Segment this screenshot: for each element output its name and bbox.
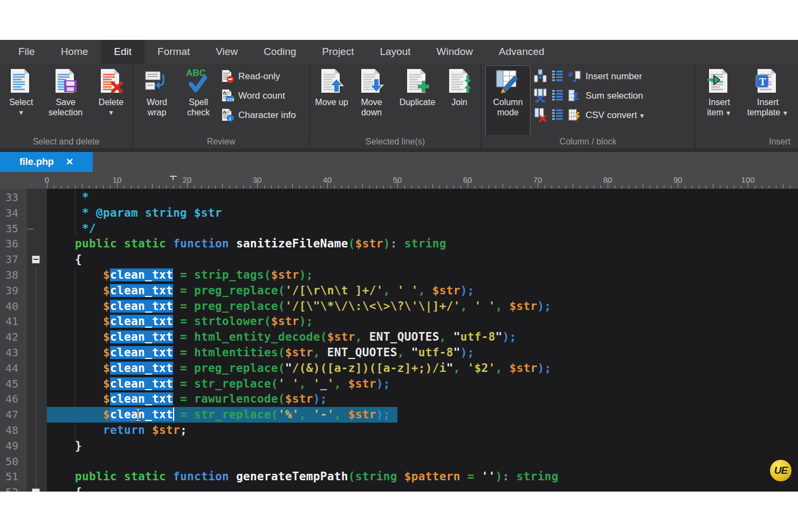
sum-selection-icon: Σ <box>568 89 582 103</box>
menu-format[interactable]: Format <box>145 40 203 64</box>
csv-convert-button-label: CSV convert ▼ <box>586 110 645 121</box>
line-number: 48 <box>5 423 18 438</box>
code-line-41[interactable]: $clean_txt = strtolower($str); <box>47 314 313 329</box>
code-line-45[interactable]: $clean_txt = str_replace(' ', '_', $str)… <box>47 376 390 392</box>
ruler-number: 20 <box>183 175 192 184</box>
line-number: 34 <box>5 205 18 221</box>
line-number: 40 <box>5 299 18 314</box>
number-lines-button[interactable] <box>551 68 565 84</box>
line-number: 37 <box>5 252 18 267</box>
ruler-tick <box>82 184 82 189</box>
selected-text: clean_txt <box>110 377 173 390</box>
code-line-46[interactable]: $clean_txt = rawurlencode($str); <box>47 391 327 407</box>
code-line-39[interactable]: $clean_txt = preg_replace('/[\r\n\t ]+/'… <box>47 283 474 299</box>
word-wrap-button-label: Word wrap <box>137 97 176 118</box>
menu-window[interactable]: Window <box>424 40 486 64</box>
delete-button[interactable]: Delete ▼ <box>93 66 129 135</box>
delete-column-button[interactable] <box>533 107 547 123</box>
code-line-48[interactable]: return $str; <box>47 423 187 438</box>
menu-project[interactable]: Project <box>309 40 367 64</box>
ribbon-group-insert: Insert item ▼TInsert template ▼Insert <box>696 64 798 148</box>
line-number: 39 <box>5 283 18 299</box>
menu-home[interactable]: Home <box>48 40 101 64</box>
fold-collapse-box[interactable] <box>32 488 40 492</box>
ribbon-group-label: Selected line(s) <box>310 135 480 148</box>
number-lines-3-button[interactable] <box>551 107 565 123</box>
chevron-down-icon: ▼ <box>724 109 732 117</box>
code-line-37[interactable]: { <box>47 252 82 267</box>
line-number: 35 <box>5 221 18 237</box>
line-number: 44 <box>5 361 18 376</box>
code-line-52[interactable]: { <box>47 485 82 492</box>
tab-and-ruler-strip: file.php ✕ 0102030405060708090100 <box>0 148 798 189</box>
ruler-number: 90 <box>673 175 683 184</box>
select-button[interactable]: Select ▼ <box>4 66 38 135</box>
save-selection-button[interactable]: Save selection <box>41 66 90 135</box>
code-line-36[interactable]: public static function sanitizeFileName(… <box>47 236 446 252</box>
chevron-down-icon: ▼ <box>637 112 645 120</box>
line-number: 46 <box>5 391 18 407</box>
code-line-51[interactable]: public static function generateTempPath(… <box>47 469 559 485</box>
code-line-33[interactable]: * <box>47 190 89 205</box>
word-wrap-icon <box>144 68 170 94</box>
character-info-button[interactable]: AiCharacter info <box>221 107 296 123</box>
spell-check-button[interactable]: ABCSpell check <box>180 66 217 135</box>
code-line-43[interactable]: $clean_txt = htmlentities($str, ENT_QUOT… <box>47 345 474 361</box>
selected-text: clean_txt <box>110 330 173 343</box>
csv-convert-button[interactable]: CSV convert ▼ <box>568 107 645 123</box>
read-only-button-label: Read-only <box>238 71 280 82</box>
menu-file[interactable]: File <box>5 40 48 64</box>
delete-document-icon <box>98 68 124 94</box>
code-line-35[interactable]: */ <box>47 221 96 237</box>
code-line-49[interactable]: } <box>47 438 82 454</box>
tab-file-php[interactable]: file.php ✕ <box>0 152 93 172</box>
column-mode-button[interactable]: Column mode <box>486 66 530 135</box>
code-editor[interactable]: 3334353637383940414243444546474849505152… <box>0 189 798 492</box>
fold-collapse-box[interactable] <box>32 255 40 264</box>
move-up-button[interactable]: Move up <box>314 66 349 135</box>
insert-template-icon: T <box>755 68 781 94</box>
menu-layout[interactable]: Layout <box>367 40 423 64</box>
close-icon[interactable]: ✕ <box>66 156 73 168</box>
line-number: 45 <box>5 376 18 392</box>
fold-guide-line <box>36 267 36 492</box>
ribbon-group-label: Insert <box>696 135 798 148</box>
ruler-number: 60 <box>463 175 472 184</box>
join-button[interactable]: Join <box>444 66 475 135</box>
menu-edit[interactable]: Edit <box>101 40 145 64</box>
line-number: 36 <box>5 236 18 252</box>
insert-number-button[interactable]: #Insert number <box>568 68 645 85</box>
number-lines-2-button[interactable] <box>551 87 565 103</box>
code-line-40[interactable]: $clean_txt = preg_replace('/[\"\*\/\:\<\… <box>47 299 552 314</box>
insert-item-button[interactable]: Insert item ▼ <box>700 66 739 135</box>
join-button-label: Join <box>451 97 467 107</box>
ribbon-stack <box>533 66 547 123</box>
insert-column-button[interactable] <box>533 68 547 84</box>
sum-selection-button[interactable]: ΣSum selection <box>568 87 645 104</box>
csv-convert-icon <box>568 108 582 122</box>
code-line-42[interactable]: $clean_txt = html_entity_decode($str, EN… <box>47 329 517 345</box>
menu-view[interactable]: View <box>203 40 251 64</box>
word-count-button[interactable]: A123Word count <box>221 87 296 104</box>
num-list-icon <box>551 69 565 83</box>
code-line-47[interactable]: $clean_txt = str_replace('%', '-', $str)… <box>47 407 390 423</box>
chevron-down-icon: ▼ <box>99 108 123 118</box>
line-number-gutter: 3334353637383940414243444546474849505152 <box>0 189 27 492</box>
screenshot-stage: FileHomeEditFormatViewCodingProjectLayou… <box>0 0 798 532</box>
column-mode-button-label: Column mode <box>486 97 530 118</box>
read-only-button[interactable]: Read-only <box>221 68 296 85</box>
menu-advanced[interactable]: Advanced <box>486 40 558 64</box>
svg-text:#: # <box>568 70 573 79</box>
insert-template-button[interactable]: TInsert template ▼ <box>742 66 794 135</box>
move-down-button[interactable]: Move down <box>352 66 391 135</box>
code-line-44[interactable]: $clean_txt = preg_replace("/(&)([a-z])([… <box>47 361 552 376</box>
code-line-34[interactable]: * @param string $str <box>47 205 222 221</box>
duplicate-button[interactable]: Duplicate <box>394 66 441 135</box>
code-line-38[interactable]: $clean_txt = strip_tags($str); <box>47 267 313 283</box>
word-wrap-button[interactable]: Word wrap <box>137 66 176 135</box>
svg-text:ABC: ABC <box>186 68 206 78</box>
save-selection-icon <box>53 68 79 94</box>
menu-coding[interactable]: Coding <box>251 40 309 64</box>
num-list-icon <box>551 108 565 122</box>
cut-column-button[interactable] <box>533 87 547 103</box>
